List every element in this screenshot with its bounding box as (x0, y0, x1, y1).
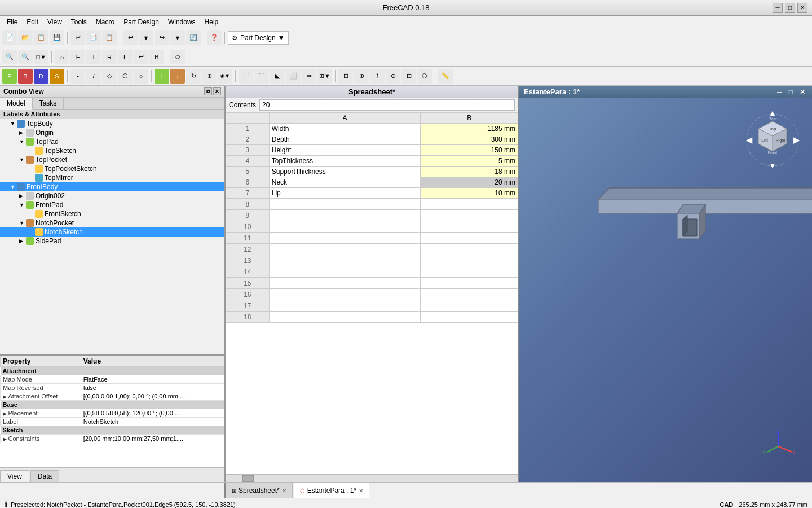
spreadsheet-hscrollbar[interactable] (226, 474, 518, 482)
cell-a7[interactable]: Lip (269, 188, 421, 199)
cell-a2[interactable]: Depth (269, 134, 421, 145)
spreadsheet-tab-close[interactable]: ✕ (282, 488, 286, 494)
prop-row-constraints[interactable]: Constraints [20,00 mm;10,00 mm;27,50 mm;… (1, 435, 224, 443)
menu-edit[interactable]: Edit (22, 17, 43, 27)
cell-a6[interactable]: Neck (269, 177, 421, 188)
prop-row-placement[interactable]: Placement [(0,58 0,58 0,58); 120,00 °; (… (1, 409, 224, 418)
tree-item-origin002[interactable]: ▶ Origin002 (0, 191, 224, 200)
btab-spreadsheet[interactable]: ⊞ Spreadsheet* ✕ (226, 483, 293, 498)
mirrored-button[interactable]: ⇔ (302, 69, 316, 84)
tab-data[interactable]: Data (30, 470, 59, 482)
cell-a11[interactable] (269, 233, 421, 244)
cell-b16[interactable] (421, 289, 518, 300)
clone-button[interactable]: ⊞ (401, 69, 416, 84)
part-button[interactable]: P (2, 69, 17, 84)
menu-windows[interactable]: Windows (164, 17, 200, 27)
combo-float-button[interactable]: ⧉ (204, 87, 212, 95)
cell-b17[interactable] (421, 300, 518, 312)
texture-button[interactable]: ◇ (170, 50, 185, 64)
thickness-button[interactable]: ⬜ (286, 69, 301, 84)
cell-b6[interactable]: 20 mm (421, 177, 518, 188)
standard-views-dropdown[interactable]: □▼ (34, 50, 48, 64)
vp-minimize-button[interactable]: ─ (775, 88, 784, 96)
new-button[interactable]: 📄 (2, 30, 17, 45)
tree-item-toppocket[interactable]: ▼ TopPocket (0, 155, 224, 164)
menu-view[interactable]: View (43, 17, 67, 27)
cell-b15[interactable] (421, 278, 518, 289)
boolean-button[interactable]: ⊕ (354, 69, 369, 84)
top-view-button[interactable]: T (86, 50, 101, 64)
cell-a10[interactable] (269, 221, 421, 233)
cell-b8[interactable] (421, 199, 518, 210)
cell-a5[interactable]: SupportThickness (269, 167, 421, 177)
sketch-button[interactable]: S (50, 69, 64, 84)
cut-button[interactable]: ✂ (70, 30, 85, 45)
combo-close-button[interactable]: ✕ (213, 87, 221, 95)
subshape-button[interactable]: ⊙ (386, 69, 400, 84)
cell-b2[interactable]: 300 mm (421, 134, 518, 145)
pocket-button[interactable]: ↓ (170, 69, 185, 84)
chamfer-button[interactable]: ⌒ (254, 69, 269, 84)
draft-button[interactable]: ◣ (270, 69, 285, 84)
tree-item-frontsketch[interactable]: FrontSketch (0, 209, 224, 218)
point-button[interactable]: • (70, 69, 85, 84)
hscroll-thumb[interactable] (242, 475, 254, 482)
minimize-button[interactable]: ─ (773, 3, 783, 13)
tree-item-toppocketsketch[interactable]: TopPocketSketch (0, 164, 224, 173)
redo-dropdown[interactable]: ▼ (170, 30, 185, 45)
additive-loft[interactable]: ◈▼ (218, 69, 232, 84)
refresh-button[interactable]: 🔄 (186, 30, 201, 45)
btab-estantepara[interactable]: ⬡ EstantePara : 1* ✕ (294, 483, 369, 498)
tab-model[interactable]: Model (0, 98, 33, 110)
undo-button[interactable]: ↩ (123, 30, 138, 45)
shapebinder-button[interactable]: ⬡ (417, 69, 432, 84)
tree-item-topmirror[interactable]: TopMirror (0, 173, 224, 182)
menu-help[interactable]: Help (200, 17, 223, 27)
menu-file[interactable]: File (2, 17, 22, 27)
cell-b11[interactable] (421, 233, 518, 244)
cell-b10[interactable] (421, 221, 518, 233)
redo-button[interactable]: ↪ (155, 30, 169, 45)
prop-row-mapreversed[interactable]: Map Reversed false (1, 384, 224, 392)
right-view-button[interactable]: R (102, 50, 117, 64)
cell-a1[interactable]: Width (269, 124, 421, 134)
contents-input[interactable] (259, 99, 515, 111)
front-view-button[interactable]: F (70, 50, 85, 64)
cell-a12[interactable] (269, 244, 421, 255)
tab-tasks[interactable]: Tasks (33, 98, 64, 109)
tree-item-frontbody[interactable]: ▼ FrontBody (0, 182, 224, 191)
cell-b1[interactable]: 1185 mm (421, 124, 518, 134)
fit-all-button[interactable]: 🔍 (2, 50, 17, 64)
cell-b4[interactable]: 5 mm (421, 156, 518, 167)
left-view-button[interactable]: L (118, 50, 133, 64)
col-header-b[interactable]: B (421, 113, 518, 124)
cell-b12[interactable] (421, 244, 518, 255)
migrate-button[interactable]: ⤴ (370, 69, 385, 84)
cell-a8[interactable] (269, 199, 421, 210)
col-header-a[interactable]: A (269, 113, 421, 124)
close-button[interactable]: ✕ (797, 3, 807, 13)
polygon-button[interactable]: ⬡ (118, 69, 133, 84)
paste-button[interactable]: 📋 (102, 30, 117, 45)
prop-row-attachment-offset[interactable]: Attachment Offset [(0,00 0,00 1,00); 0,0… (1, 392, 224, 401)
cell-b5[interactable]: 18 mm (421, 167, 518, 177)
spreadsheet-grid[interactable]: A B 1 Width 1185 mm 2 Depth 300 mm (226, 112, 518, 474)
diamond-button[interactable]: ◇ (102, 69, 117, 84)
cell-a15[interactable] (269, 278, 421, 289)
save-button[interactable]: 💾 (50, 30, 64, 45)
tab-view[interactable]: View (0, 470, 29, 482)
cell-a9[interactable] (269, 210, 421, 221)
tree-item-sidepad[interactable]: ▶ SidePad (0, 237, 224, 246)
pad-button[interactable]: ↑ (155, 69, 169, 84)
vp-close-button[interactable]: ✕ (797, 88, 807, 96)
groove-button[interactable]: ⊕ (202, 69, 217, 84)
prop-row-mapmode[interactable]: Map Mode FlatFace (1, 375, 224, 384)
estante-tab-close[interactable]: ✕ (359, 488, 363, 494)
line-button[interactable]: / (86, 69, 101, 84)
measure-button[interactable]: 📏 (438, 69, 453, 84)
section-button[interactable]: ⊟ (338, 69, 353, 84)
prop-row-label[interactable]: Label NotchSketch (1, 418, 224, 426)
cell-a4[interactable]: TopThickness (269, 156, 421, 167)
tree-item-topbody[interactable]: ▼ TopBody (0, 119, 224, 128)
bottom-view-button[interactable]: B (149, 50, 164, 64)
